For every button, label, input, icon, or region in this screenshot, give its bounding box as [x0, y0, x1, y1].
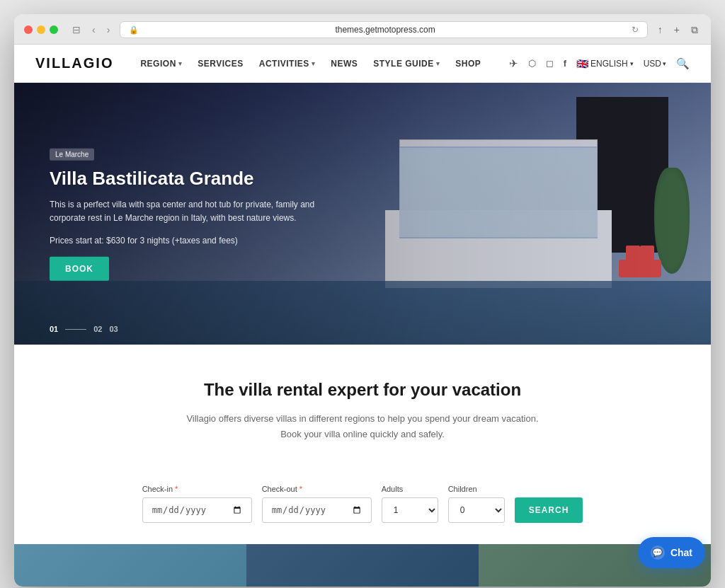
nav-item-region[interactable]: REGION ▾ — [135, 54, 188, 73]
hero-content: Le Marche Villa Bastilicata Grande This … — [50, 147, 333, 281]
back-button[interactable]: ‹ — [89, 23, 98, 37]
nav-item-activities[interactable]: ACTIVITIES ▾ — [253, 54, 321, 73]
strip-item-2 — [246, 544, 479, 587]
children-label: Children — [448, 485, 505, 493]
slide-indicator-1[interactable]: 01 — [50, 325, 58, 333]
checkin-label: Check-in * — [142, 485, 252, 493]
section-description: Villagio offers diverse villas in differ… — [178, 411, 547, 442]
security-icon: 🔒 — [129, 25, 139, 35]
checkout-label: Check-out * — [262, 485, 372, 493]
currency-chevron-icon: ▾ — [663, 60, 666, 67]
hero-description: This is a perfect villa with spa center … — [50, 198, 333, 225]
checkout-input[interactable] — [262, 497, 372, 523]
children-select[interactable]: 0 1 2 3 — [448, 497, 505, 523]
hero-section: Le Marche Villa Bastilicata Grande This … — [14, 83, 711, 345]
close-button[interactable] — [24, 25, 33, 34]
tabs-button[interactable]: ⧉ — [688, 23, 701, 38]
chevron-down-icon: ▾ — [312, 60, 316, 67]
checkout-group: Check-out * — [262, 485, 372, 523]
forward-button[interactable]: › — [104, 23, 113, 37]
currency-selector[interactable]: USD ▾ — [644, 59, 666, 69]
share-button[interactable]: ↑ — [655, 23, 666, 37]
book-button[interactable]: BOOK — [50, 256, 109, 280]
maximize-button[interactable] — [50, 25, 58, 34]
search-button[interactable]: SEARCH — [515, 497, 583, 523]
sidebar-toggle[interactable]: ⊟ — [69, 23, 84, 37]
browser-actions: ↑ + ⧉ — [655, 23, 701, 38]
chevron-down-icon: ▾ — [436, 60, 440, 67]
indicator-divider — [65, 329, 86, 330]
flag-icon: 🇬🇧 — [576, 58, 588, 69]
nav-item-services[interactable]: SERVICES — [192, 54, 249, 73]
required-mark: * — [297, 485, 302, 493]
instagram-icon[interactable]: ◻ — [546, 58, 554, 69]
main-nav: VILLAGIO REGION ▾ SERVICES ACTIVITIES ▾ … — [14, 45, 711, 83]
tripadvisor-icon[interactable]: ✈ — [509, 57, 518, 70]
nav-item-news[interactable]: NEWS — [325, 54, 363, 73]
traffic-lights — [24, 25, 58, 34]
hero-location-tag: Le Marche — [50, 149, 94, 161]
minimize-button[interactable] — [37, 25, 45, 34]
adults-group: Adults 1 2 3 4 — [382, 485, 438, 523]
facebook-icon[interactable]: f — [564, 58, 566, 69]
section-title: The villa rental expert for your vacatio… — [35, 380, 690, 400]
address-bar[interactable]: 🔒 themes.getmotopress.com ↻ — [120, 21, 647, 38]
required-mark: * — [173, 485, 178, 493]
browser-window: ⊟ ‹ › 🔒 themes.getmotopress.com ↻ ↑ + ⧉ … — [14, 14, 711, 587]
nav-item-shop[interactable]: SHOP — [450, 54, 486, 73]
foursquare-icon[interactable]: ⬡ — [528, 58, 536, 69]
language-selector[interactable]: 🇬🇧 ENGLISH ▾ — [576, 58, 634, 69]
bottom-strip — [14, 544, 711, 587]
nav-right: ✈ ⬡ ◻ f 🇬🇧 ENGLISH ▾ USD ▾ 🔍 — [509, 57, 690, 70]
chat-button[interactable]: 💬 Chat — [638, 537, 705, 568]
slide-indicator-3[interactable]: 03 — [110, 325, 118, 333]
url-text: themes.getmotopress.com — [143, 25, 627, 35]
site-logo[interactable]: VILLAGIO — [35, 55, 113, 71]
hero-indicators: 01 02 03 — [50, 325, 118, 333]
new-tab-button[interactable]: + — [671, 23, 683, 37]
lang-chevron-icon: ▾ — [630, 60, 634, 67]
website: VILLAGIO REGION ▾ SERVICES ACTIVITIES ▾ … — [14, 45, 711, 587]
refresh-icon[interactable]: ↻ — [632, 25, 639, 35]
middle-section: The villa rental expert for your vacatio… — [14, 345, 711, 485]
chat-label: Chat — [670, 547, 692, 558]
adults-label: Adults — [382, 485, 438, 493]
adults-select[interactable]: 1 2 3 4 — [382, 497, 438, 523]
children-group: Children 0 1 2 3 — [448, 485, 505, 523]
checkin-input[interactable] — [142, 497, 252, 523]
booking-form: Check-in * Check-out * Adults 1 2 3 4 — [14, 485, 711, 544]
strip-item-1 — [14, 544, 246, 587]
search-icon[interactable]: 🔍 — [676, 57, 690, 70]
nav-menu: REGION ▾ SERVICES ACTIVITIES ▾ NEWS STYL… — [135, 54, 508, 73]
nav-item-style-guide[interactable]: STYLE GUIDE ▾ — [367, 54, 445, 73]
hero-title: Villa Bastilicata Grande — [50, 168, 333, 190]
chevron-down-icon: ▾ — [178, 60, 183, 67]
hero-price: Prices start at: $630 for 3 nights (+tax… — [50, 235, 333, 245]
slide-indicator-2[interactable]: 02 — [93, 325, 102, 333]
browser-chrome: ⊟ ‹ › 🔒 themes.getmotopress.com ↻ ↑ + ⧉ — [14, 14, 711, 45]
browser-controls: ⊟ ‹ › — [69, 23, 113, 37]
chat-icon: 💬 — [651, 546, 665, 560]
checkin-group: Check-in * — [142, 485, 252, 523]
